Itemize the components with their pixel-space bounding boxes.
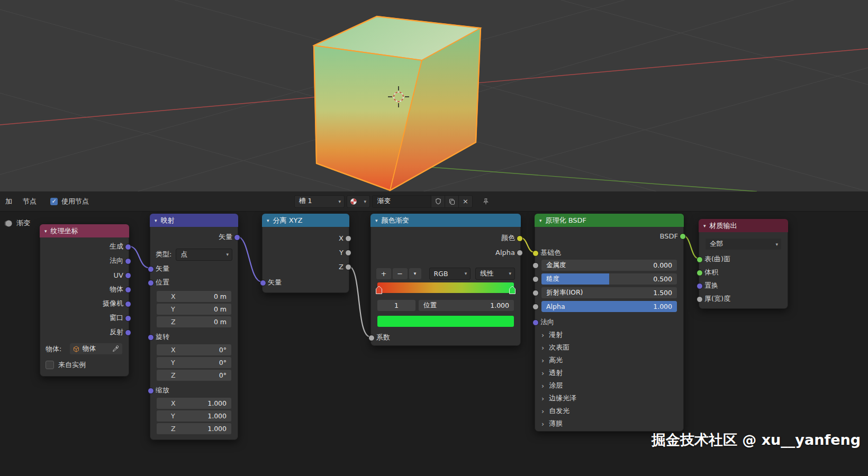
socket-input-fac[interactable]: [368, 335, 375, 341]
node-header-material-output[interactable]: ▾ 材质输出: [699, 219, 788, 232]
location-y-field[interactable]: Y 0 m: [157, 304, 231, 315]
node-header-texture-coordinate[interactable]: ▾ 纹理坐标: [40, 224, 129, 237]
metallic-slider[interactable]: 金属度 0.000: [541, 260, 677, 271]
cube-object[interactable]: [314, 16, 481, 190]
socket-output-vector[interactable]: [234, 234, 240, 241]
socket-output-window[interactable]: [125, 315, 131, 322]
pin-button[interactable]: [480, 196, 492, 207]
socket-input-volume[interactable]: [697, 270, 703, 276]
node-color-ramp[interactable]: ▾ 颜色渐变 颜色 Alpha + − ▾ RGB ▾ 线性 ▾ 1 位置 1.…: [370, 214, 521, 346]
section-coat[interactable]: ›涂层: [541, 380, 678, 391]
eyedropper-icon[interactable]: [112, 345, 119, 352]
scale-z-field[interactable]: Z 1.000: [157, 423, 231, 434]
alpha-slider[interactable]: Alpha 1.000: [541, 301, 677, 312]
socket-input-base-color[interactable]: [532, 250, 539, 257]
socket-input-displacement[interactable]: [697, 283, 703, 289]
socket-input-thickness[interactable]: [697, 296, 703, 303]
collapse-arrow-icon[interactable]: ▾: [375, 218, 378, 223]
node-texture-coordinate[interactable]: ▾ 纹理坐标 生成 法向 UV 物体 摄像机 窗口 反射 物体: 物体 来自实例: [40, 224, 129, 377]
browse-material-button[interactable]: ▾: [347, 195, 370, 208]
socket-output-x[interactable]: [345, 235, 351, 242]
roughness-slider[interactable]: 糙度 0.500: [541, 273, 677, 285]
socket-output-uv[interactable]: [125, 272, 131, 279]
socket-input-roughness[interactable]: [532, 276, 539, 282]
ramp-active-color-swatch[interactable]: [377, 316, 514, 327]
node-header-separate-xyz[interactable]: ▾ 分离 XYZ: [262, 214, 349, 227]
socket-output-normal[interactable]: [125, 258, 131, 264]
section-diffuse[interactable]: ›漫射: [541, 329, 678, 341]
socket-input-ior[interactable]: [532, 290, 539, 296]
node-principled-bsdf[interactable]: ▾ 原理化 BSDF BSDF 基础色 金属度 0.000 糙度 0.500 折…: [535, 214, 684, 432]
chevron-down-icon: ▾: [364, 199, 366, 204]
socket-input-normal[interactable]: [532, 319, 539, 326]
collapse-arrow-icon[interactable]: ▾: [155, 218, 157, 223]
scale-y-field[interactable]: Y 1.000: [157, 410, 231, 422]
ior-slider[interactable]: 折射率(IOR) 1.500: [541, 287, 677, 298]
new-material-button[interactable]: [445, 196, 458, 207]
socket-output-bsdf[interactable]: [680, 233, 686, 240]
section-specular[interactable]: ›高光: [541, 354, 678, 366]
socket-input-vector[interactable]: [260, 280, 266, 286]
fake-user-button[interactable]: [431, 196, 445, 207]
section-sheen[interactable]: ›边缘光泽: [541, 392, 678, 404]
color-ramp-gradient[interactable]: [377, 282, 514, 293]
node-separate-xyz[interactable]: ▾ 分离 XYZ X Y Z 矢量: [262, 214, 349, 293]
menu-add[interactable]: 加: [0, 197, 17, 206]
socket-output-z[interactable]: [345, 264, 351, 270]
socket-input-scale[interactable]: [148, 388, 154, 394]
node-header-mapping[interactable]: ▾ 映射: [150, 214, 238, 227]
rotation-x-field[interactable]: X 0°: [157, 344, 231, 355]
type-dropdown[interactable]: 点 ▾: [176, 249, 232, 261]
from-instancer-checkbox[interactable]: [46, 361, 54, 369]
target-dropdown[interactable]: 全部 ▾: [706, 239, 781, 250]
collapse-arrow-icon[interactable]: ▾: [539, 218, 542, 223]
socket-output-object[interactable]: [125, 287, 131, 293]
node-mapping[interactable]: ▾ 映射 矢量 类型: 点 ▾ 矢量 位置 X 0 m Y 0 m Z 0 m …: [150, 214, 238, 440]
rotation-z-field[interactable]: Z 0°: [157, 370, 231, 381]
collapse-arrow-icon[interactable]: ▾: [267, 218, 269, 223]
socket-input-metallic[interactable]: [532, 262, 539, 269]
rotation-label: 旋转: [156, 332, 169, 342]
socket-output-y[interactable]: [345, 250, 351, 256]
location-z-field[interactable]: Z 0 m: [157, 316, 231, 327]
node-header-principled-bsdf[interactable]: ▾ 原理化 BSDF: [535, 214, 684, 227]
ramp-options-dropdown[interactable]: ▾: [409, 268, 421, 279]
output-window-label: 窗口: [110, 313, 123, 323]
socket-input-vector[interactable]: [148, 266, 154, 272]
section-transmission[interactable]: ›透射: [541, 367, 678, 379]
node-header-color-ramp[interactable]: ▾ 颜色渐变: [370, 214, 521, 227]
viewport-3d[interactable]: [0, 0, 868, 191]
socket-output-camera[interactable]: [125, 301, 131, 307]
collapse-arrow-icon[interactable]: ▾: [703, 223, 706, 228]
socket-input-surface[interactable]: [697, 257, 703, 263]
remove-stop-button[interactable]: −: [393, 268, 408, 279]
interpolation-dropdown[interactable]: 线性 ▾: [475, 268, 515, 280]
active-stop-index-field[interactable]: 1: [377, 300, 415, 311]
socket-output-color[interactable]: [517, 235, 523, 242]
node-material-output[interactable]: ▾ 材质输出 全部 ▾ 表(曲)面 体积 置换 厚(宽)度: [699, 219, 788, 309]
stop-position-slider[interactable]: 位置 1.000: [419, 300, 514, 311]
location-x-field[interactable]: X 0 m: [157, 291, 231, 302]
section-thin-film[interactable]: ›薄膜: [541, 418, 678, 429]
socket-input-location[interactable]: [148, 280, 154, 286]
socket-output-alpha[interactable]: [517, 250, 523, 256]
use-nodes-checkbox[interactable]: ✓: [50, 198, 58, 205]
collapse-arrow-icon[interactable]: ▾: [44, 228, 47, 234]
socket-output-reflection[interactable]: [125, 329, 131, 336]
ramp-stop-right[interactable]: [509, 286, 516, 296]
slot-dropdown[interactable]: 槽 1 ▾: [294, 195, 345, 208]
add-stop-button[interactable]: +: [376, 268, 391, 279]
socket-input-alpha[interactable]: [532, 304, 539, 310]
section-emission[interactable]: ›自发光: [541, 405, 678, 417]
color-mode-dropdown[interactable]: RGB ▾: [429, 268, 471, 280]
material-name-field[interactable]: 渐变: [373, 196, 431, 207]
rotation-y-field[interactable]: Y 0°: [157, 357, 231, 368]
ramp-stop-left[interactable]: [376, 286, 382, 296]
object-picker-field[interactable]: 物体: [70, 343, 122, 354]
menu-node[interactable]: 节点: [17, 197, 42, 206]
section-subsurface[interactable]: ›次表面: [541, 342, 678, 353]
socket-input-rotation[interactable]: [148, 334, 154, 341]
socket-output-generated[interactable]: [125, 244, 131, 250]
scale-x-field[interactable]: X 1.000: [157, 398, 231, 409]
unlink-material-button[interactable]: ×: [458, 196, 472, 207]
